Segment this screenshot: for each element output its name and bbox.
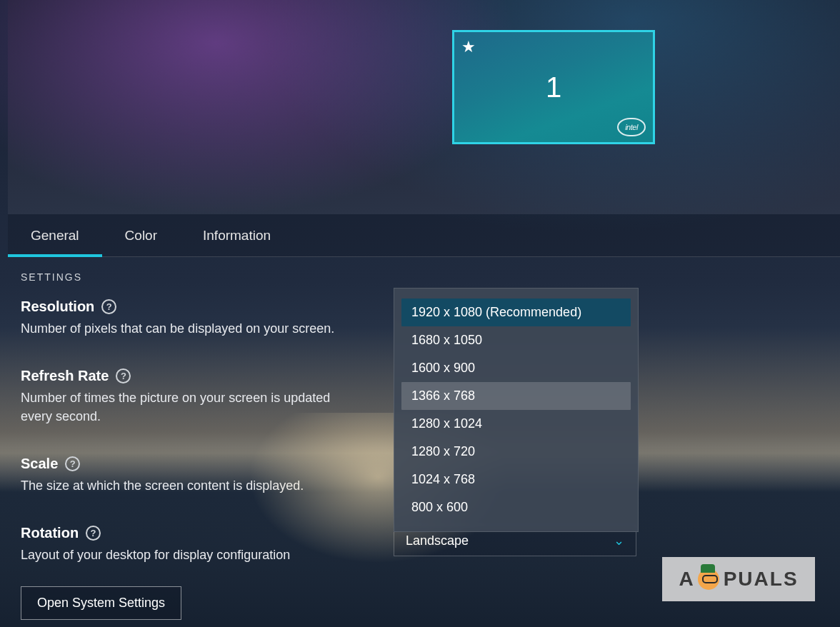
resolution-option[interactable]: 800 x 600 [401,493,631,521]
mascot-icon [698,568,719,590]
chevron-down-icon: ⌄ [614,533,624,548]
resolution-option[interactable]: 1920 x 1080 (Recommended) [401,299,631,326]
settings-section-header: SETTINGS [21,271,827,283]
tab-color[interactable]: Color [102,214,180,256]
help-icon[interactable]: ? [101,299,116,314]
resolution-option[interactable]: 1024 x 768 [401,466,631,493]
resolution-option[interactable]: 1280 x 720 [401,438,631,466]
scale-label: Scale [21,456,58,472]
monitor-number: 1 [546,71,561,104]
watermark-text-right: PUALS [724,568,799,591]
resolution-option[interactable]: 1366 x 768 [401,382,631,410]
tab-information[interactable]: Information [180,214,294,256]
resolution-option[interactable]: 1680 x 1050 [401,326,631,354]
resolution-desc: Number of pixels that can be displayed o… [21,319,356,338]
tab-general[interactable]: General [8,214,102,256]
display-preview-area: ★ 1 intel [8,0,840,214]
monitor-tile-1[interactable]: ★ 1 intel [452,30,655,144]
resolution-dropdown[interactable]: 1920 x 1080 (Recommended)1680 x 10501600… [394,288,639,532]
appuals-watermark: A PUALS [662,557,815,601]
help-icon[interactable]: ? [86,526,101,541]
help-icon[interactable]: ? [65,456,80,471]
help-icon[interactable]: ? [116,368,131,383]
watermark-text-left: A [679,568,694,591]
rotation-desc: Layout of your desktop for display confi… [21,546,356,564]
tab-bar: General Color Information [8,214,840,257]
resolution-option[interactable]: 1280 x 1024 [401,410,631,438]
open-system-settings-button[interactable]: Open System Settings [21,586,181,620]
star-icon: ★ [461,38,476,56]
scale-desc: The size at which the screen content is … [21,476,356,495]
rotation-label: Rotation [21,525,79,541]
resolution-label: Resolution [21,299,94,315]
refresh-rate-desc: Number of times the picture on your scre… [21,388,356,426]
intel-logo-icon: intel [617,118,646,136]
rotation-select-value: Landscape [406,533,469,548]
resolution-option[interactable]: 1600 x 900 [401,354,631,382]
refresh-rate-label: Refresh Rate [21,368,109,384]
